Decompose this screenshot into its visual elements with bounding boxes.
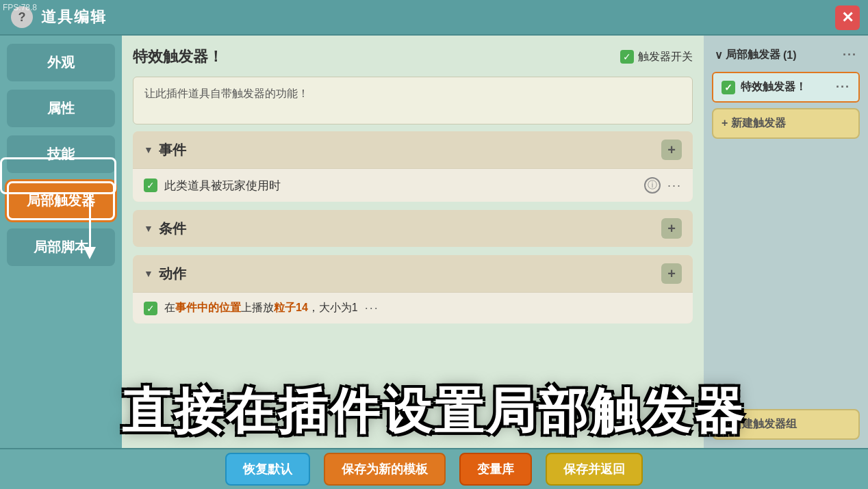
events-arrow-icon: ▼ [144, 144, 153, 155]
sidebar: 外观 属性 技能 局部触发器 局部脚本 [0, 36, 122, 448]
action-item-menu[interactable]: ··· [365, 301, 379, 315]
trigger-toggle[interactable]: ✓ 触发器开关 [620, 50, 693, 64]
main-layout: 外观 属性 技能 局部触发器 局部脚本 特效触发器！ ✓ 触发器开关 让此插件道… [0, 36, 868, 448]
right-panel: ∨ 局部触发器 (1) ··· ✓ 特效触发器！ ··· + 新建触发器 + 新… [704, 36, 868, 448]
action-item-checkbox[interactable]: ✓ [144, 302, 157, 315]
trigger-toggle-label: 触发器开关 [638, 50, 693, 64]
new-trigger-group-button[interactable]: + 新建触发器组 [712, 409, 860, 440]
action-item-text: 在事件中的位置上播放粒子14，大小为1 [164, 301, 358, 315]
variable-library-button[interactable]: 变量库 [459, 453, 532, 486]
trigger-header: 特效触发器！ ✓ 触发器开关 [133, 47, 693, 67]
new-trigger-label: + 新建触发器 [722, 116, 786, 131]
right-section-label: 局部触发器 [726, 48, 780, 62]
events-section: ▼ 事件 + ✓ 此类道具被玩家使用时 ⓘ ··· [133, 131, 693, 202]
events-label: 事件 [159, 141, 186, 159]
title-bar: FPS:78.8 ? 道具编辑 ✕ [0, 0, 868, 36]
conditions-section: ▼ 条件 + [133, 210, 693, 247]
sidebar-item-local-trigger[interactable]: 局部触发器 [7, 181, 115, 220]
right-item-checkbox[interactable]: ✓ [722, 81, 735, 94]
action-highlight-2: 粒子14 [274, 302, 308, 313]
actions-add-button[interactable]: + [661, 263, 682, 284]
sidebar-item-local-script[interactable]: 局部脚本 [7, 228, 115, 266]
close-button[interactable]: ✕ [835, 5, 860, 30]
actions-arrow-icon: ▼ [144, 268, 153, 279]
trigger-toggle-checkbox[interactable]: ✓ [620, 50, 634, 64]
right-item-label: 特效触发器！ [741, 80, 806, 94]
description-box: 让此插件道具自带触发器的功能！ [133, 77, 693, 124]
trigger-title: 特效触发器！ [133, 47, 223, 67]
restore-default-button[interactable]: 恢复默认 [225, 453, 310, 486]
sidebar-item-attributes[interactable]: 属性 [7, 90, 115, 127]
fps-label: FPS:78.8 [3, 3, 37, 12]
right-section-count: (1) [783, 49, 797, 62]
actions-label: 动作 [159, 265, 186, 283]
right-section-menu[interactable]: ··· [843, 48, 857, 62]
conditions-header-left: ▼ 条件 [144, 220, 186, 238]
save-template-button[interactable]: 保存为新的模板 [324, 453, 446, 486]
actions-section: ▼ 动作 + ✓ 在事件中的位置上播放粒子14，大小为1 ··· [133, 255, 693, 323]
action-item: ✓ 在事件中的位置上播放粒子14，大小为1 ··· [133, 292, 693, 323]
center-content: 特效触发器！ ✓ 触发器开关 让此插件道具自带触发器的功能！ ▼ 事件 + ✓ … [122, 36, 704, 448]
event-item-checkbox[interactable]: ✓ [144, 179, 157, 192]
right-collapse-arrow: ∨ [715, 49, 723, 62]
conditions-arrow-icon: ▼ [144, 223, 153, 234]
events-header: ▼ 事件 + [133, 131, 693, 168]
right-active-item[interactable]: ✓ 特效触发器！ ··· [712, 72, 860, 103]
event-item-menu[interactable]: ··· [667, 179, 682, 193]
event-item-text: 此类道具被玩家使用时 [164, 178, 637, 194]
save-return-button[interactable]: 保存并返回 [546, 453, 643, 486]
window-title: 道具编辑 [41, 7, 107, 27]
bottom-bar: 恢复默认 保存为新的模板 变量库 保存并返回 [0, 448, 868, 489]
description-text: 让此插件道具自带触发器的功能！ [144, 88, 309, 99]
event-item: ✓ 此类道具被玩家使用时 ⓘ ··· [133, 168, 693, 202]
events-add-button[interactable]: + [661, 140, 682, 160]
conditions-label: 条件 [159, 220, 186, 238]
conditions-add-button[interactable]: + [661, 218, 682, 239]
right-section-header-left: ∨ 局部触发器 (1) [715, 48, 797, 62]
event-item-info-icon[interactable]: ⓘ [644, 177, 661, 194]
action-highlight-1: 事件中的位置 [175, 302, 241, 313]
right-item-menu[interactable]: ··· [836, 80, 850, 94]
sidebar-item-skills[interactable]: 技能 [7, 135, 115, 173]
actions-header: ▼ 动作 + [133, 255, 693, 292]
right-section-header: ∨ 局部触发器 (1) ··· [712, 44, 860, 66]
new-trigger-button[interactable]: + 新建触发器 [712, 108, 860, 139]
conditions-header: ▼ 条件 + [133, 210, 693, 247]
events-header-left: ▼ 事件 [144, 141, 186, 159]
actions-header-left: ▼ 动作 [144, 265, 186, 283]
sidebar-item-appearance[interactable]: 外观 [7, 44, 115, 81]
new-group-label: + 新建触发器组 [722, 417, 797, 432]
